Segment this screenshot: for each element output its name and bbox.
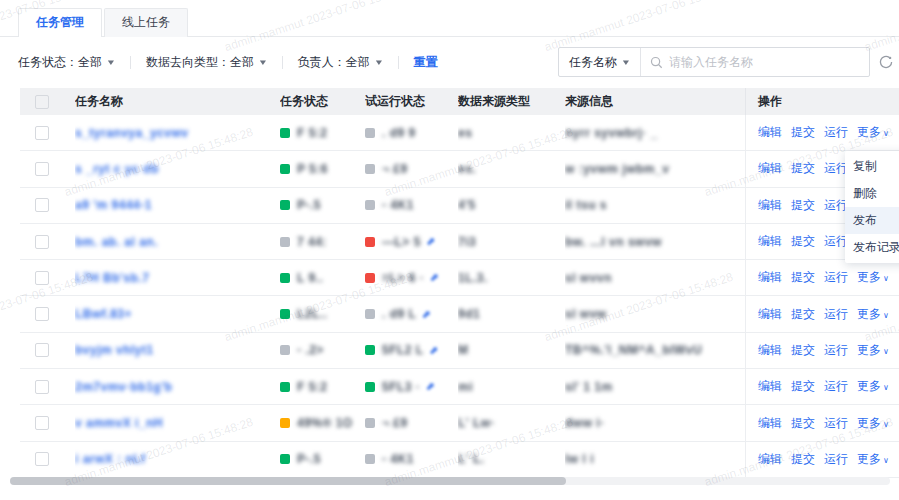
row-checkbox[interactable] <box>35 271 49 285</box>
more-button[interactable]: 更多∨ <box>857 124 889 141</box>
table-body: s_tyranvya_ycvwv F 5:2 . d9 9 es nyrr sy… <box>20 115 899 478</box>
trial-log-link-icon[interactable]: ⬈ <box>429 344 439 357</box>
row-checkbox[interactable] <box>35 126 49 140</box>
task-name-link[interactable]: bm. ab. al an. <box>75 235 158 249</box>
search-field-selector[interactable]: 任务名称 ▼ <box>559 48 641 76</box>
task-status-icon <box>280 128 290 138</box>
horizontal-scrollbar-thumb[interactable] <box>10 477 566 485</box>
run-button[interactable]: 运行 <box>824 451 848 468</box>
header-actions: 操作 <box>745 88 899 115</box>
edit-button[interactable]: 编辑 <box>758 160 782 177</box>
divider <box>130 56 131 69</box>
task-name-link[interactable]: LBwf.83+ <box>75 307 132 321</box>
header-trial-status: 试运行状态 <box>365 88 458 115</box>
task-status-text: P-.5 <box>297 198 321 212</box>
edit-button[interactable]: 编辑 <box>758 451 782 468</box>
more-button[interactable]: 更多∨ <box>857 306 889 323</box>
run-button[interactable]: 运行 <box>824 415 848 432</box>
menu-item-delete[interactable]: 删除 <box>845 180 899 207</box>
select-all-checkbox[interactable] <box>35 95 49 109</box>
row-checkbox[interactable] <box>35 198 49 212</box>
source-info-text: sl' 1 1m <box>565 380 613 394</box>
task-name-link[interactable]: v ammvX i_nH <box>75 416 163 430</box>
edit-button[interactable]: 编辑 <box>758 415 782 432</box>
header-source-info: 来源信息 <box>565 88 745 115</box>
submit-button[interactable]: 提交 <box>791 233 815 250</box>
row-checkbox[interactable] <box>35 452 49 466</box>
task-name-link[interactable]: i arwX : nLf <box>75 452 146 466</box>
menu-item-publish-records[interactable]: 发布记录 <box>845 234 899 261</box>
trial-log-link-icon[interactable]: ⬈ <box>421 308 431 321</box>
more-button[interactable]: 更多∨ <box>857 269 889 286</box>
menu-item-copy[interactable]: 复制 <box>845 153 899 180</box>
task-name-link[interactable]: s_tyranvya_ycvwv <box>75 126 188 140</box>
submit-button[interactable]: 提交 <box>791 451 815 468</box>
horizontal-scrollbar-track[interactable] <box>10 477 890 485</box>
task-name-link[interactable]: L7H Bb'sb.7 <box>75 271 149 285</box>
source-info-text: nyrr syvwbrj· _ <box>565 126 658 140</box>
trial-status-icon <box>365 454 375 464</box>
submit-button[interactable]: 提交 <box>791 160 815 177</box>
more-button[interactable]: 更多∨ <box>857 415 889 432</box>
edit-button[interactable]: 编辑 <box>758 233 782 250</box>
trial-log-link-icon[interactable]: ⬈ <box>429 271 439 284</box>
trial-status-text: ¬ £9 <box>382 416 408 430</box>
source-type-text: 7i3 <box>458 235 476 249</box>
submit-button[interactable]: 提交 <box>791 124 815 141</box>
more-button[interactable]: 更多∨ <box>857 342 889 359</box>
run-button[interactable]: 运行 <box>824 378 848 395</box>
task-status-text: F 5:2 <box>297 126 328 140</box>
search-input[interactable]: 请输入任务名称 <box>641 54 869 71</box>
task-name-link[interactable]: bvyjm vhlyt1 <box>75 343 154 357</box>
row-checkbox[interactable] <box>35 380 49 394</box>
trial-status-icon <box>365 309 375 319</box>
tab-online-tasks[interactable]: 线上任务 <box>104 8 188 37</box>
filter-data-direction[interactable]: 数据去向类型：全部 ▼ <box>146 54 267 71</box>
table-row: 2m7vmv·bb1g'b F 5:2 5FL3 · ⬈ mi sl' 1 1m… <box>20 369 899 405</box>
edit-button[interactable]: 编辑 <box>758 378 782 395</box>
chevron-down-icon: ∨ <box>883 129 889 138</box>
task-name-link[interactable]: s _ryt c yc db <box>75 162 159 176</box>
submit-button[interactable]: 提交 <box>791 306 815 323</box>
row-checkbox[interactable] <box>35 307 49 321</box>
menu-item-publish[interactable]: 发布 <box>845 207 899 234</box>
filter-task-status[interactable]: 任务状态：全部 ▼ <box>18 54 115 71</box>
table-row: v ammvX i_nH 49%® 1O ¬ £9 L' Lw· dww i· … <box>20 405 899 441</box>
edit-button[interactable]: 编辑 <box>758 124 782 141</box>
filter-owner-label: 负责人： <box>298 54 346 71</box>
edit-button[interactable]: 编辑 <box>758 306 782 323</box>
edit-button[interactable]: 编辑 <box>758 269 782 286</box>
source-info-text: dww i· <box>565 416 605 430</box>
more-button[interactable]: 更多∨ <box>857 451 889 468</box>
run-button[interactable]: 运行 <box>824 124 848 141</box>
task-status-icon <box>280 454 290 464</box>
edit-button[interactable]: 编辑 <box>758 342 782 359</box>
run-button[interactable]: 运行 <box>824 306 848 323</box>
task-name-link[interactable]: a9 'm 9444-1 <box>75 198 152 212</box>
trial-log-link-icon[interactable]: ⬈ <box>425 380 435 393</box>
source-info-text: TB^%.'l_NM^A_blWvU <box>565 343 702 357</box>
submit-button[interactable]: 提交 <box>791 415 815 432</box>
submit-button[interactable]: 提交 <box>791 197 815 214</box>
edit-button[interactable]: 编辑 <box>758 197 782 214</box>
row-checkbox[interactable] <box>35 343 49 357</box>
filter-owner[interactable]: 负责人：全部 ▼ <box>298 54 383 71</box>
task-status-icon <box>280 237 290 247</box>
tab-task-management[interactable]: 任务管理 <box>18 8 102 37</box>
task-name-link[interactable]: 2m7vmv·bb1g'b <box>75 380 172 394</box>
row-checkbox[interactable] <box>35 162 49 176</box>
run-button[interactable]: 运行 <box>824 269 848 286</box>
refresh-button[interactable] <box>878 54 896 72</box>
run-button[interactable]: 运行 <box>824 342 848 359</box>
row-checkbox[interactable] <box>35 235 49 249</box>
row-checkbox[interactable] <box>35 416 49 430</box>
submit-button[interactable]: 提交 <box>791 269 815 286</box>
submit-button[interactable]: 提交 <box>791 342 815 359</box>
submit-button[interactable]: 提交 <box>791 378 815 395</box>
more-button[interactable]: 更多∨ <box>857 378 889 395</box>
reset-filters-button[interactable]: 重置 <box>414 54 438 71</box>
chevron-down-icon: ∨ <box>883 311 889 320</box>
search-icon <box>650 56 663 69</box>
trial-log-link-icon[interactable]: ⬈ <box>426 235 436 248</box>
filter-owner-value: 全部 <box>346 54 370 71</box>
